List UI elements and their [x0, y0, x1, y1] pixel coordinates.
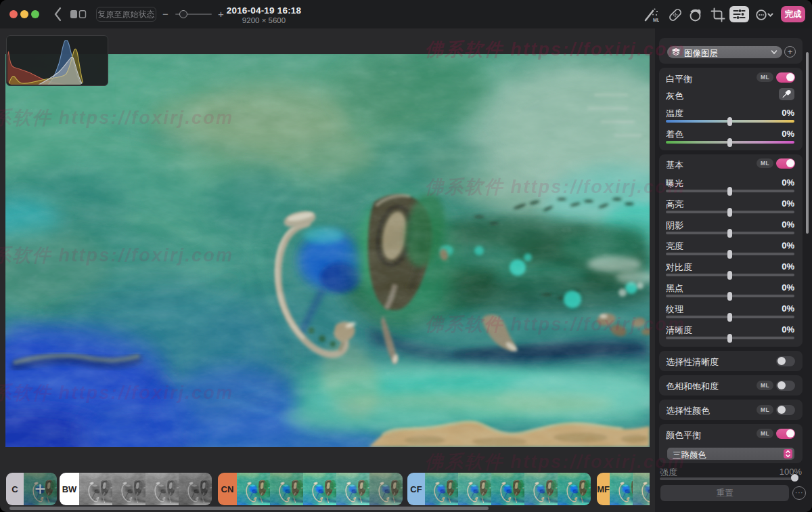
- svg-text:ML: ML: [653, 18, 659, 22]
